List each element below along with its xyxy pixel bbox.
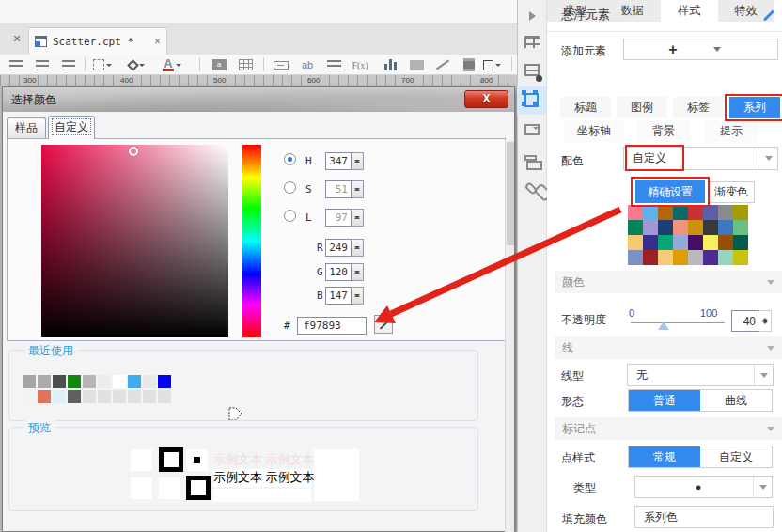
color-swatch[interactable]: [98, 390, 111, 403]
precise-settings-button[interactable]: 精确设置: [635, 180, 705, 203]
tab-custom[interactable]: 自定义: [48, 116, 95, 139]
color-swatch[interactable]: [688, 250, 703, 265]
color-swatch[interactable]: [83, 390, 96, 403]
chart-icon[interactable]: [380, 57, 400, 72]
marker-type-dropdown[interactable]: ●: [634, 476, 773, 498]
tab-data[interactable]: 数据: [604, 0, 662, 22]
opacity-slider-thumb[interactable]: [658, 316, 669, 330]
color-swatch[interactable]: [628, 250, 643, 265]
h-spinner[interactable]: 347: [325, 152, 352, 170]
tab-style[interactable]: 样式: [661, 0, 718, 22]
color-swatch[interactable]: [718, 220, 733, 235]
l-spinner[interactable]: 97: [325, 209, 352, 227]
color-scheme-dropdown[interactable]: 自定义: [623, 147, 778, 170]
color-swatch[interactable]: [643, 250, 658, 265]
text-field-widget-icon[interactable]: [271, 57, 291, 72]
color-swatch[interactable]: [658, 250, 673, 265]
section-marker[interactable]: 标记点: [555, 417, 782, 440]
color-swatch[interactable]: [628, 220, 643, 235]
color-swatch[interactable]: [38, 390, 51, 403]
subtab-legend[interactable]: 图例: [617, 97, 667, 118]
merge-cells-icon[interactable]: a: [209, 57, 229, 72]
color-swatch[interactable]: [718, 235, 733, 250]
floating-element-icon[interactable]: [524, 93, 540, 108]
shape-normal-button[interactable]: 普通: [629, 390, 700, 411]
shape-curve-button[interactable]: 曲线: [700, 390, 772, 411]
color-swatch[interactable]: [53, 375, 66, 388]
edit-pencil-icon[interactable]: [761, 8, 776, 23]
cell-attributes-icon[interactable]: [524, 36, 540, 51]
line-type-dropdown[interactable]: 无: [627, 364, 774, 386]
color-swatch[interactable]: [68, 390, 81, 403]
color-swatch[interactable]: [703, 235, 718, 250]
point-normal-button[interactable]: 常规: [629, 446, 700, 467]
subtab-series[interactable]: 系列: [729, 97, 780, 118]
align-center-icon[interactable]: [32, 57, 53, 72]
hyperlink-icon[interactable]: [525, 182, 540, 197]
r-spinner-arrows[interactable]: [352, 239, 364, 257]
hex-input[interactable]: f97893: [297, 317, 367, 335]
section-color[interactable]: 颜色: [555, 271, 782, 293]
color-swatch[interactable]: [718, 250, 733, 265]
color-swatch[interactable]: [643, 205, 658, 220]
color-swatch[interactable]: [703, 205, 718, 220]
subtab-label[interactable]: 标签: [673, 97, 724, 118]
color-swatch[interactable]: [733, 205, 748, 220]
color-swatch[interactable]: [703, 220, 718, 235]
eyedropper-icon[interactable]: [374, 315, 393, 334]
add-element-dropdown[interactable]: +: [623, 39, 778, 60]
fill-color-dropdown[interactable]: 系列色: [634, 506, 774, 528]
color-swatch[interactable]: [658, 235, 673, 250]
split-cells-icon[interactable]: [235, 57, 256, 72]
lines-icon[interactable]: [323, 57, 344, 72]
s-spinner[interactable]: 51: [325, 180, 352, 198]
color-swatch[interactable]: [628, 235, 643, 250]
border-icon[interactable]: [92, 57, 113, 72]
font-color-icon[interactable]: A: [162, 57, 182, 72]
color-swatch[interactable]: [113, 375, 126, 388]
align-right-icon[interactable]: [58, 57, 79, 72]
subtab-title[interactable]: 标题: [560, 97, 611, 118]
g-spinner-arrows[interactable]: [352, 263, 364, 281]
rectangle-icon[interactable]: [481, 57, 502, 72]
b-spinner-arrows[interactable]: [352, 287, 364, 305]
color-swatch[interactable]: [23, 390, 36, 403]
color-swatch[interactable]: [688, 235, 703, 250]
subtab-tooltip[interactable]: 提示: [705, 120, 758, 142]
document-tab[interactable]: Scatter.cpt * ×: [28, 27, 167, 55]
dialog-title-bar[interactable]: 选择颜色: [3, 87, 514, 112]
h-spinner-arrows[interactable]: [352, 152, 364, 170]
point-custom-button[interactable]: 自定义: [700, 446, 772, 467]
widget-settings-icon[interactable]: [524, 124, 540, 139]
paint-bucket-icon[interactable]: [126, 57, 147, 72]
opacity-spinner-arrows[interactable]: [759, 310, 772, 332]
color-swatch[interactable]: [38, 375, 51, 388]
line-shape-icon[interactable]: [432, 57, 453, 72]
color-swatch[interactable]: [643, 220, 658, 235]
color-swatch[interactable]: [658, 205, 673, 220]
subtab-background[interactable]: 背景: [637, 120, 690, 142]
color-swatch[interactable]: [113, 390, 126, 403]
color-swatch[interactable]: [733, 220, 748, 235]
color-swatch[interactable]: [53, 390, 66, 403]
color-swatch[interactable]: [673, 235, 688, 250]
color-swatch[interactable]: [158, 375, 171, 388]
color-swatch[interactable]: [143, 390, 156, 403]
color-swatch[interactable]: [673, 205, 688, 220]
s-spinner-arrows[interactable]: [352, 180, 364, 198]
dialog-close-button[interactable]: X: [464, 90, 508, 108]
tab-samples[interactable]: 样品: [7, 117, 46, 138]
condition-attributes-icon[interactable]: [524, 153, 540, 168]
color-swatch[interactable]: [98, 375, 111, 388]
color-swatch[interactable]: [128, 375, 141, 388]
tab-close-icon[interactable]: ×: [154, 35, 161, 48]
color-swatch[interactable]: [688, 205, 703, 220]
color-swatch[interactable]: [658, 220, 673, 235]
color-swatch[interactable]: [628, 205, 643, 220]
radio-l[interactable]: [284, 210, 296, 222]
color-swatch[interactable]: [143, 375, 156, 388]
color-swatch[interactable]: [643, 235, 658, 250]
align-left-icon[interactable]: [6, 57, 26, 72]
color-swatch[interactable]: [128, 390, 141, 403]
section-line[interactable]: 线: [555, 336, 782, 359]
